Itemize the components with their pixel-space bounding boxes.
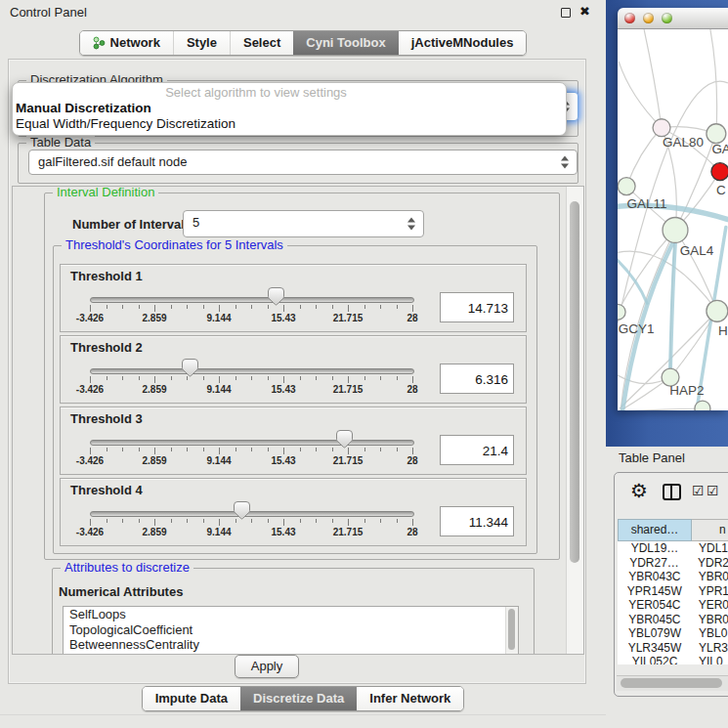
tab-jactivemnodules[interactable]: jActiveMNodules [399, 31, 527, 55]
tab-network[interactable]: Network [80, 31, 173, 55]
traffic-light-minimize-icon[interactable] [643, 13, 654, 23]
attribute-list-item[interactable]: BetweennessCentrality [64, 637, 518, 653]
tick-mark [300, 519, 301, 523]
network-node-label: GAL11 [627, 196, 667, 211]
traffic-light-close-icon[interactable] [624, 13, 635, 23]
threshold-value-field[interactable]: 21.4 [440, 435, 514, 465]
slider-ticks [90, 519, 412, 527]
column-header-shared-name[interactable]: shared… [618, 519, 692, 541]
tick-mark [90, 376, 91, 383]
algorithm-option[interactable]: Equal Width/Frequency Discretization [13, 116, 566, 132]
scrollbar-thumb[interactable] [508, 609, 515, 650]
threshold-value-field[interactable]: 6.316 [440, 364, 514, 394]
table-row[interactable]: YER054CYER0 [618, 598, 728, 613]
threshold-value-field[interactable]: 11.344 [440, 506, 514, 536]
slider-track[interactable] [90, 368, 414, 374]
apply-button[interactable]: Apply [235, 655, 299, 678]
tick-label: 2.859 [142, 527, 166, 537]
scrollbar-thumb[interactable] [570, 201, 579, 563]
tick-mark [397, 305, 398, 309]
slider-track[interactable] [90, 511, 414, 517]
tick-mark [300, 305, 301, 309]
algorithm-option[interactable]: Manual Discretization [13, 101, 566, 116]
network-canvas[interactable]: GAL80GALCGAL11GAL4GCY1HHAP2 [618, 29, 728, 410]
network-node[interactable] [695, 401, 710, 410]
top-tab-bar: NetworkStyleSelectCyni ToolboxjActiveMNo… [0, 30, 606, 56]
checkbox-icon[interactable]: ☑ [692, 483, 705, 498]
network-node[interactable] [711, 163, 728, 181]
tick-label: 9.144 [206, 455, 231, 466]
network-view[interactable]: GAL80GALCGAL11GAL4GCY1HHAP2 [618, 29, 728, 410]
table-row[interactable]: YDR27…YDR2 [618, 556, 728, 571]
tick-mark [90, 448, 91, 454]
network-node[interactable] [707, 300, 728, 321]
checkbox-icon[interactable]: ☑ [707, 483, 719, 498]
float-window-icon[interactable] [561, 8, 571, 18]
column-layout-icon[interactable] [663, 484, 681, 500]
bottom-tab-group: Impute DataDiscretize DataInfer Network [142, 686, 465, 711]
table-data-combobox[interactable]: galFiltered.sif default node [28, 150, 578, 175]
tick-label: 2.859 [142, 455, 166, 466]
network-node[interactable] [618, 304, 625, 320]
tick-mark [397, 376, 398, 380]
tick-mark [236, 376, 236, 380]
tick-mark [316, 376, 317, 380]
tab-discretize-data[interactable]: Discretize Data [240, 687, 357, 710]
table-row[interactable]: YIL052CYIL0 [618, 655, 728, 664]
tick-mark [348, 448, 349, 454]
tab-style[interactable]: Style [173, 31, 230, 55]
tab-impute-data[interactable]: Impute Data [143, 687, 240, 710]
tick-mark [219, 519, 220, 526]
network-node[interactable] [618, 178, 635, 195]
cell-name: YIL0 [692, 655, 723, 664]
tick-mark [364, 519, 365, 523]
table-row[interactable]: YBL079WYBL0 [618, 626, 728, 641]
scrollbar-thumb[interactable] [621, 678, 722, 688]
tick-mark [122, 519, 123, 523]
number-of-intervals-spinner[interactable]: 5 [183, 210, 424, 237]
combo-arrows-icon [561, 156, 570, 169]
numerical-attributes-list[interactable]: SelfLoopsTopologicalCoefficientBetweenne… [63, 606, 519, 655]
slider-track[interactable] [90, 297, 414, 303]
network-window-titlebar[interactable] [618, 8, 728, 29]
attribute-list-scrollbar[interactable] [505, 607, 518, 655]
tick-mark [364, 376, 365, 380]
table-horizontal-scrollbar[interactable] [617, 675, 728, 691]
table-row[interactable]: YBR043CYBR0 [618, 570, 728, 584]
tick-label: 15.43 [271, 527, 295, 537]
table-row[interactable]: YDL19…YDL1 [618, 541, 728, 556]
tick-mark [332, 448, 333, 451]
table-row[interactable]: YPR145WYPR1 [618, 584, 728, 599]
threshold-value-field[interactable]: 14.713 [440, 292, 514, 322]
close-icon[interactable]: ✖ [579, 4, 590, 19]
settings-vertical-scrollbar[interactable] [566, 187, 583, 654]
cell-name: YER0 [692, 598, 728, 613]
tab-cyni-toolbox[interactable]: Cyni Toolbox [293, 31, 398, 55]
bottom-divider [0, 714, 606, 715]
table-row[interactable]: YBR045CYBR0 [618, 613, 728, 627]
tab-infer-network[interactable]: Infer Network [357, 687, 463, 710]
tick-mark [203, 376, 204, 380]
cell-shared-name: YPR145W [618, 584, 692, 599]
slider-thumb[interactable] [234, 501, 250, 520]
network-node[interactable] [663, 218, 688, 243]
attribute-list-item[interactable]: TopologicalCoefficient [64, 622, 518, 638]
slider-thumb[interactable] [336, 430, 353, 449]
traffic-light-zoom-icon[interactable] [662, 13, 672, 23]
tick-mark [412, 519, 413, 526]
tab-label: jActiveMNodules [411, 35, 514, 50]
table-row[interactable]: YLR345WYLR3 [618, 641, 728, 656]
network-node-label: HAP2 [669, 383, 704, 398]
tick-mark [251, 448, 252, 451]
tick-mark [316, 448, 317, 451]
network-view-window[interactable]: GAL80GALCGAL11GAL4GCY1HHAP2 [618, 8, 728, 410]
gear-icon[interactable]: ⚙ [630, 479, 648, 502]
table-panel-title: Table Panel [619, 450, 685, 465]
slider-track[interactable] [90, 440, 414, 446]
slider-thumb[interactable] [182, 359, 198, 377]
slider-thumb[interactable] [268, 287, 284, 306]
tick-mark [107, 305, 107, 309]
column-header-name[interactable]: n [692, 519, 728, 541]
attribute-list-item[interactable]: SelfLoops [64, 607, 518, 622]
tab-select[interactable]: Select [230, 31, 293, 55]
